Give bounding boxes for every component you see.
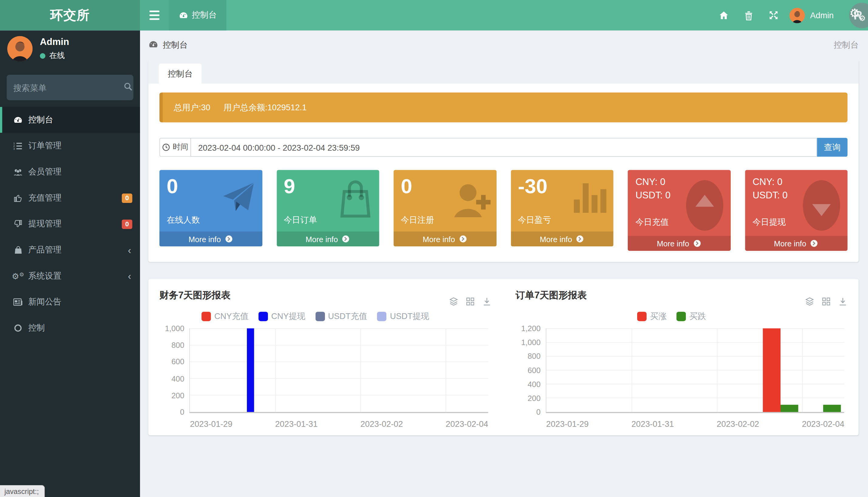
search-icon[interactable]	[123, 82, 133, 93]
list-ol-icon: 123	[13, 141, 23, 151]
breadcrumb-right: 控制台	[834, 40, 858, 50]
sidebar-toggle-button[interactable]	[140, 0, 169, 30]
breadcrumb: 控制台 控制台	[148, 30, 858, 59]
sidebar-item-news[interactable]: 新闻公告	[0, 289, 140, 315]
hgrid	[190, 345, 488, 345]
person-add-icon	[451, 179, 491, 219]
summary-banner: 总用户:30 用户总余额:1029512.1	[159, 93, 848, 122]
legend-swatch	[637, 311, 647, 321]
grid-view-icon[interactable]	[822, 297, 831, 306]
more-info-link[interactable]: More info	[510, 231, 613, 246]
legend-swatch	[202, 311, 211, 321]
ylab: 800	[527, 352, 540, 360]
sidebar-item-members[interactable]: 会员管理	[0, 159, 140, 185]
legend-item[interactable]: USDT充值	[315, 311, 367, 322]
topbar: 环交所 控制台	[0, 0, 868, 30]
thumbs-up-icon	[13, 193, 23, 203]
hgrid	[190, 395, 488, 396]
ylab: 1,000	[165, 324, 184, 333]
newspaper-icon	[13, 298, 23, 306]
sidebar-item-settings[interactable]: ⚙⚙ 系统设置 ‹	[0, 263, 140, 289]
stat-box-today-pnl: -30 今日盈亏 More info	[510, 170, 613, 247]
user-menu[interactable]: Admin	[786, 8, 839, 23]
download-icon[interactable]	[838, 297, 848, 306]
vgrid	[361, 328, 361, 412]
legend-item[interactable]: CNY提现	[259, 311, 305, 322]
stack-toggle-icon[interactable]	[449, 297, 458, 306]
xlab: 2023-02-04	[446, 419, 488, 429]
ylab: 0	[180, 408, 184, 416]
stat-box-today-recharge: CNY: 0 USDT: 0 今日充值 More info	[628, 170, 730, 251]
charts-panel: 财务7天图形报表 CNY充值CNY提现USDT充值USDT提现 1,000800…	[148, 279, 858, 435]
search-input[interactable]	[13, 83, 124, 92]
sidebar-item-console[interactable]: 控制台	[0, 107, 140, 133]
hgrid	[546, 328, 844, 329]
app-logo[interactable]: 环交所	[0, 0, 140, 30]
more-info-link[interactable]: More info	[159, 231, 262, 246]
legend-item[interactable]: USDT提现	[377, 311, 429, 322]
hgrid	[546, 398, 844, 398]
circle-arrow-right-icon	[225, 235, 233, 243]
sidebar-item-label: 会员管理	[28, 167, 61, 178]
circle-arrow-right-icon	[810, 239, 818, 247]
stat-boxes: 0 在线人数 More info 9 今日订单	[159, 170, 848, 251]
chart-toolbar	[805, 297, 847, 306]
bar	[781, 405, 798, 412]
menu-search	[7, 75, 133, 100]
stat-box-today-registered: 0 今日注册 More info	[394, 170, 496, 247]
more-info-link[interactable]: More info	[276, 231, 379, 246]
sidebar-item-orders[interactable]: 123 订单管理	[0, 133, 140, 159]
users-icon	[13, 167, 23, 176]
home-button[interactable]	[712, 0, 737, 30]
circle-o-icon	[13, 324, 23, 332]
circle-arrow-down-icon	[801, 179, 842, 232]
download-icon[interactable]	[482, 297, 491, 306]
console-card: 控制台 总用户:30 用户总余额:1029512.1 时间 查询	[148, 60, 858, 262]
nav-tab-console[interactable]: 控制台	[169, 0, 227, 30]
ylab: 200	[527, 394, 540, 402]
orders-chart: 订单7天图形报表 买涨买跌 1,2001,0008006004002000202…	[516, 289, 848, 413]
stack-toggle-icon[interactable]	[805, 297, 814, 306]
date-range-input[interactable]	[190, 138, 817, 157]
circle-arrow-right-icon	[693, 239, 701, 247]
bar	[247, 328, 254, 412]
sidebar-item-control[interactable]: 控制	[0, 315, 140, 341]
tab-console[interactable]: 控制台	[159, 64, 201, 84]
chart-legend: 买涨买跌	[546, 311, 797, 322]
more-info-link[interactable]: More info	[394, 231, 496, 246]
hgrid	[546, 342, 844, 343]
grid-view-icon[interactable]	[465, 297, 475, 306]
tab-strip: 控制台	[148, 60, 858, 84]
more-info-link[interactable]: More info	[628, 236, 730, 251]
hgrid	[546, 384, 844, 384]
shopping-bag-icon	[13, 245, 23, 255]
stat-box-today-orders: 9 今日订单 More info	[276, 170, 379, 247]
xlab: 2023-01-29	[190, 419, 232, 429]
sidebar-item-label: 充值管理	[28, 193, 61, 203]
sidebar-item-products[interactable]: 产品管理 ‹	[0, 237, 140, 263]
chevron-left-icon: ‹	[128, 271, 131, 281]
chart-plot: 1,00080060040020002023-01-292023-01-3120…	[189, 328, 488, 413]
legend-item[interactable]: 买涨	[637, 311, 667, 322]
sidebar-user-panel: Admin 在线	[0, 30, 140, 67]
avatar[interactable]	[7, 36, 33, 61]
settings-widget[interactable]: R ⚙ ⚙	[839, 0, 868, 30]
status-bar: javascript:;	[0, 485, 45, 497]
legend-item[interactable]: CNY充值	[202, 311, 248, 322]
legend-label: CNY提现	[271, 311, 305, 322]
xlab: 2023-01-29	[546, 419, 589, 429]
legend-item[interactable]: 买跌	[677, 311, 706, 322]
circle-arrow-right-icon	[576, 235, 584, 243]
fullscreen-button[interactable]	[762, 0, 786, 30]
more-info-link[interactable]: More info	[745, 236, 847, 251]
hgrid	[190, 378, 488, 379]
sidebar-item-recharge[interactable]: 充值管理 0	[0, 185, 140, 211]
circle-arrow-up-icon	[684, 179, 725, 232]
breadcrumb-current: 控制台	[163, 40, 188, 50]
recharge-badge: 0	[122, 193, 132, 203]
sidebar-item-withdraw[interactable]: 提现管理 0	[0, 211, 140, 237]
sidebar-item-label: 新闻公告	[28, 297, 61, 308]
query-button[interactable]: 查询	[817, 138, 847, 157]
clear-cache-button[interactable]	[737, 0, 762, 30]
legend-label: 买跌	[690, 311, 706, 322]
